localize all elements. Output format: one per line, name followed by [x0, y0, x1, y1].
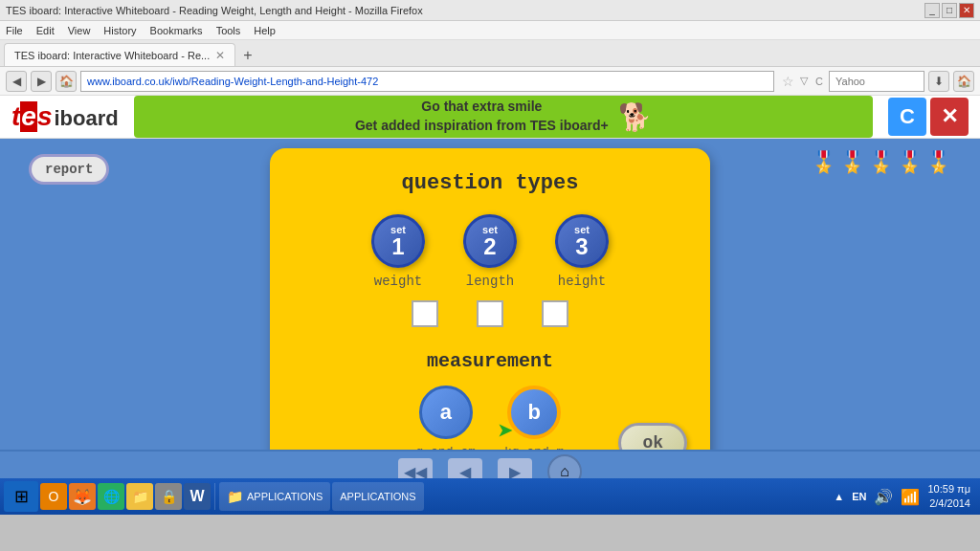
language-indicator: EN	[852, 491, 866, 502]
set-1-number: 1	[391, 235, 404, 258]
tes-s: s	[37, 101, 53, 132]
sets-row: set 1 weight set 2 length set 3	[301, 214, 679, 289]
refresh-icon[interactable]: ▽	[800, 75, 808, 87]
home-icon[interactable]: 🏠	[953, 71, 974, 92]
score-icon-4: 🎖️	[897, 150, 923, 175]
time-display: 10:59 πμ	[927, 482, 970, 496]
close-button[interactable]: ✕	[959, 3, 974, 18]
score-icon-1: 🎖️	[811, 150, 836, 175]
applications-label: APPLICATIONS	[247, 491, 323, 502]
page-area: tes iboard Go that extra smile Get added…	[0, 96, 980, 478]
banner-text: Go that extra smile Get added inspiratio…	[355, 98, 609, 135]
taskbar-folder-icon[interactable]: 📁	[126, 483, 153, 510]
window-title: TES iboard: Interactive Whiteboard - Rea…	[6, 5, 423, 16]
tab-close-icon[interactable]: ✕	[215, 49, 225, 62]
checkbox-height[interactable]	[542, 300, 568, 327]
set-2-type: length	[466, 274, 514, 289]
taskbar-chrome-icon[interactable]: 🌐	[98, 483, 124, 510]
dialog-title: question types	[301, 171, 679, 195]
banner-line2: Get added inspiration from TES iboard+	[355, 117, 609, 136]
new-tab-button[interactable]: +	[235, 45, 259, 66]
date-display: 2/4/2014	[927, 496, 970, 511]
set-1-button[interactable]: set 1	[371, 214, 425, 268]
score-icons: 🎖️ 🎖️ 🎖️ 🎖️ 🎖️	[811, 150, 951, 175]
measure-a-circle[interactable]: a	[419, 386, 473, 439]
title-bar: TES iboard: Interactive Whiteboard - Rea…	[0, 0, 980, 21]
menu-tools[interactable]: Tools	[216, 25, 241, 36]
tab-label: TES iboard: Interactive Whiteboard - Re.…	[14, 50, 210, 61]
report-button[interactable]: report	[29, 154, 109, 185]
menu-file[interactable]: File	[6, 25, 23, 36]
measure-a-letter: a	[440, 400, 452, 425]
tab-bar: TES iboard: Interactive Whiteboard - Re.…	[0, 40, 980, 67]
score-icon-2: 🎖️	[839, 150, 865, 175]
folder-icon: 📁	[227, 489, 243, 504]
menu-history[interactable]: History	[103, 25, 136, 36]
measure-item-a[interactable]: a g and cm	[416, 386, 476, 459]
maximize-button[interactable]: □	[942, 3, 957, 18]
forward-button[interactable]: ▶	[31, 71, 52, 92]
checkbox-length[interactable]	[477, 300, 503, 327]
score-icon-3: 🎖️	[868, 150, 894, 175]
selected-arrow-icon: ➤	[498, 420, 512, 441]
bookmark-star-icon[interactable]: ☆	[782, 74, 794, 89]
address-bar: ◀ ▶ 🏠 ☆ ▽ C ⬇ 🏠	[0, 67, 980, 96]
set-2-number: 2	[483, 235, 496, 258]
menu-edit[interactable]: Edit	[36, 25, 55, 36]
taskbar-expand-icon[interactable]: ▲	[834, 491, 844, 502]
dog-icon: 🐕	[618, 101, 652, 133]
taskbar-right: ▲ EN 🔊 📶 10:59 πμ 2/4/2014	[834, 482, 976, 512]
iboard-text: iboard	[54, 106, 118, 131]
menu-help[interactable]: Help	[254, 25, 276, 36]
windows-icon: ⊞	[14, 486, 29, 507]
page-icon: 🏠	[56, 71, 77, 92]
tes-c-button[interactable]: C	[888, 98, 926, 136]
set-3-number: 3	[575, 235, 588, 258]
dialog-box: question types set 1 weight set 2 length	[270, 148, 710, 482]
minimize-button[interactable]: _	[924, 3, 940, 18]
set-item-2: set 2 length	[463, 214, 517, 289]
measure-b-circle[interactable]: b ➤	[507, 386, 561, 439]
checkboxes-row	[301, 300, 679, 327]
taskbar-lock-icon[interactable]: 🔒	[155, 483, 182, 510]
app-area: report 🎖️ 🎖️ 🎖️ 🎖️ 🎖️ question types set…	[0, 139, 980, 492]
score-icon-5: 🎖️	[925, 150, 951, 175]
search-input[interactable]	[829, 71, 924, 92]
set-1-type: weight	[374, 274, 422, 289]
taskbar-word-icon[interactable]: W	[184, 483, 211, 510]
menu-view[interactable]: View	[68, 25, 91, 36]
set-2-button[interactable]: set 2	[463, 214, 517, 268]
measure-item-b[interactable]: b ➤ kg and m	[504, 386, 564, 459]
address-input[interactable]	[80, 71, 774, 92]
banner-line1: Go that extra smile	[355, 98, 609, 117]
download-icon[interactable]: ⬇	[928, 71, 949, 92]
menu-bar: File Edit View History Bookmarks Tools H…	[0, 21, 980, 40]
window-controls: _ □ ✕	[924, 3, 974, 18]
checkbox-weight[interactable]	[412, 300, 438, 327]
taskbar-separator	[214, 483, 215, 510]
tes-header: tes iboard Go that extra smile Get added…	[0, 96, 980, 139]
menu-bookmarks[interactable]: Bookmarks	[150, 25, 203, 36]
ssl-icon: C	[815, 76, 823, 87]
tes-e: e	[20, 101, 37, 132]
taskbar: ⊞ O 🦊 🌐 📁 🔒 W 📁 APPLICATIONS APPLICATION…	[0, 478, 980, 515]
start-button[interactable]: ⊞	[4, 481, 38, 512]
measure-b-letter: b	[527, 400, 540, 425]
network-icon[interactable]: 📶	[901, 488, 920, 506]
back-button[interactable]: ◀	[6, 71, 27, 92]
banner: Go that extra smile Get added inspiratio…	[134, 96, 873, 138]
measurement-title: measurement	[301, 350, 679, 372]
volume-icon[interactable]: 🔊	[874, 488, 893, 506]
taskbar-applications-button[interactable]: 📁 APPLICATIONS	[219, 482, 330, 511]
taskbar-applications-button-2[interactable]: APPLICATIONS	[332, 482, 423, 511]
browser-tab[interactable]: TES iboard: Interactive Whiteboard - Re.…	[4, 43, 235, 66]
taskbar-clock: 10:59 πμ 2/4/2014	[927, 482, 970, 512]
tes-t: t	[11, 101, 20, 132]
tes-x-button[interactable]: ✕	[930, 98, 969, 136]
set-item-3: set 3 height	[555, 214, 609, 289]
tes-action-buttons: C ✕	[888, 98, 969, 136]
taskbar-outlook-icon[interactable]: O	[40, 483, 67, 510]
set-3-button[interactable]: set 3	[555, 214, 609, 268]
applications-label-2: APPLICATIONS	[340, 491, 415, 502]
taskbar-firefox-icon[interactable]: 🦊	[69, 483, 96, 510]
